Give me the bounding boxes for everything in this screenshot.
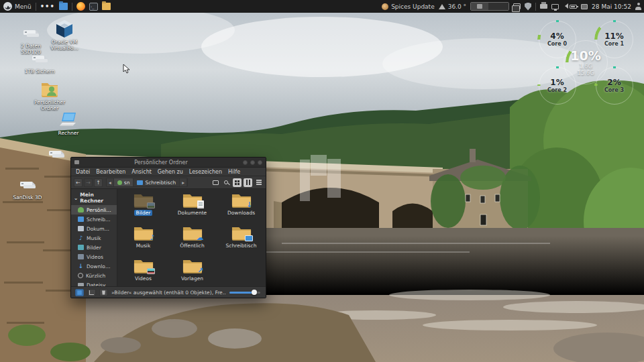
display-icon[interactable] — [551, 4, 559, 9]
panel-separator — [36, 3, 36, 11]
menu-datei[interactable]: Datei — [76, 169, 90, 175]
spices-update-applet[interactable]: Spices Update — [382, 3, 435, 10]
terminal-icon — [213, 180, 219, 185]
folder-item-dokumente[interactable]: Dokumente — [168, 192, 217, 225]
minimize-button[interactable] — [243, 160, 248, 165]
sidebar-item-user-home[interactable]: Persönli… — [71, 205, 117, 215]
dots-menu-icon[interactable]: ••• — [40, 3, 55, 10]
mouse-cursor — [123, 64, 131, 74]
open-terminal-button[interactable] — [211, 178, 220, 187]
folder-item-musik[interactable]: ♪Musik — [119, 225, 168, 257]
file-view[interactable]: BilderDokumente↓Downloads♪Musik☁Öffentli… — [117, 189, 266, 286]
temperature-icon — [439, 4, 445, 9]
desktop-icon-computer[interactable]: Rechner — [50, 110, 87, 137]
breadcrumb-current[interactable]: Schreibtisch — [133, 178, 180, 186]
desktop-icon-drive[interactable]: 1TB Sichern — [21, 48, 58, 75]
folder-item-schreibtisch[interactable]: Schreibtisch — [217, 225, 266, 257]
sidebar-item-desktop[interactable]: Schreib… — [71, 215, 117, 224]
sidebar-item-recent[interactable]: Kürzlich — [71, 271, 117, 280]
breadcrumb-scroll-right[interactable]: ▸ — [180, 178, 187, 186]
window-list-body — [488, 3, 508, 10]
terminal-launcher-icon[interactable]: ›_ — [89, 3, 98, 11]
folder-icon — [137, 180, 143, 185]
desktop-icon-folder-user[interactable]: Persönlicher Ordner — [31, 79, 68, 111]
breadcrumb-home[interactable]: sn — [114, 178, 134, 186]
menu-lesezeichen[interactable]: Lesezeichen — [189, 169, 222, 175]
folder-label: Downloads — [225, 210, 257, 216]
folder-item-videos[interactable]: Videos — [119, 257, 168, 290]
trash-toggle-button[interactable] — [99, 289, 108, 296]
network-icon[interactable] — [581, 4, 588, 9]
zoom-slider[interactable] — [229, 292, 260, 294]
desktop-icon-drive[interactable]: SanDisk 3D — [9, 174, 46, 201]
sidebar-item-label: Downlo… — [87, 263, 110, 269]
desktop-icon-drive[interactable] — [38, 143, 75, 164]
folder-item-öffentlich[interactable]: ☁Öffentlich — [168, 225, 217, 257]
window-title: Persönlicher Ordner — [79, 160, 243, 166]
zoom-slider-knob[interactable] — [252, 290, 257, 295]
sidebar-item-filesystem[interactable]: Dateisy… — [71, 280, 117, 286]
sidebar-header[interactable]: ⌄ Mein Rechner — [71, 190, 117, 205]
list-view-button[interactable] — [254, 178, 263, 187]
trash-icon — [102, 290, 106, 295]
back-button[interactable]: ← — [74, 178, 83, 187]
folder-item-downloads[interactable]: ↓Downloads — [217, 192, 266, 225]
clock[interactable]: 28 Mai 10:52 — [592, 3, 631, 10]
folder-item-bilder[interactable]: Bilder — [119, 192, 168, 225]
breadcrumb-scroll-left[interactable]: ◂ — [107, 178, 114, 186]
virtualbox-icon — [56, 19, 73, 39]
close-button[interactable] — [258, 160, 262, 165]
arrow-emblem-icon: ↗ — [197, 267, 203, 274]
sidebar-item-videos[interactable]: Videos — [71, 252, 117, 261]
firefox-launcher-icon[interactable] — [76, 2, 85, 11]
titlebar[interactable]: Persönlicher Ordner — [71, 158, 266, 168]
search-button[interactable] — [221, 178, 231, 187]
drive-icon — [46, 143, 66, 164]
cloud-emblem-icon: ☁ — [197, 234, 204, 241]
folder-item-vorlagen[interactable]: ↗Vorlagen — [168, 257, 217, 290]
sidebar-item-music[interactable]: ♪Musik — [71, 233, 117, 243]
forward-button[interactable]: → — [84, 178, 93, 187]
file-manager-window: Persönlicher Ordner DateiBearbeitenAnsic… — [70, 157, 266, 298]
files-window-icon[interactable] — [102, 3, 111, 10]
sidebar-item-downloads[interactable]: ↓Downlo… — [71, 261, 117, 271]
top-panel: Menü ••• ›_ Spices Update 36.0 ° 28 Mai … — [0, 0, 644, 13]
drive-icon — [17, 174, 38, 194]
music-icon: ♪ — [78, 235, 84, 241]
shield-icon[interactable] — [525, 3, 531, 11]
treeview-toggle-button[interactable] — [87, 289, 96, 296]
window-list-button[interactable] — [470, 2, 509, 11]
maximize-button[interactable] — [250, 160, 255, 165]
workspace-switcher-icon[interactable] — [513, 3, 521, 9]
places-toggle-button[interactable] — [75, 289, 84, 296]
sidebar-item-documents[interactable]: Dokum… — [71, 224, 117, 233]
icon-view-button[interactable] — [233, 178, 241, 187]
spices-update-label: Spices Update — [391, 3, 435, 10]
menu-bearbeiten[interactable]: Bearbeiten — [96, 169, 125, 175]
desktop-icon-virtualbox[interactable]: Oracle VM VirtualBo… — [46, 19, 83, 51]
sidebar-item-pictures[interactable]: Bilder — [71, 243, 117, 252]
file-manager-launcher-icon[interactable] — [59, 3, 68, 10]
documents-icon — [78, 226, 84, 231]
panel-separator — [535, 3, 536, 11]
sidebar-item-label: Musik — [87, 235, 101, 241]
printer-icon[interactable] — [540, 4, 547, 9]
menu-hilfe[interactable]: Hilfe — [228, 169, 240, 175]
film-emblem-icon — [147, 268, 155, 274]
user-icon[interactable] — [635, 3, 641, 10]
menu-ansicht[interactable]: Ansicht — [131, 169, 152, 175]
folder-grid: BilderDokumente↓Downloads♪Musik☁Öffentli… — [117, 189, 266, 290]
menu-button[interactable]: Menü — [3, 2, 32, 11]
battery-icon[interactable] — [570, 5, 577, 9]
recent-icon — [78, 273, 83, 278]
menu-gehen-zu[interactable]: Gehen zu — [158, 169, 183, 175]
sidebar-item-label: Persönli… — [87, 207, 111, 213]
pictures-emblem-icon — [147, 202, 155, 208]
breadcrumb-current-label: Schreibtisch — [145, 180, 176, 186]
up-button[interactable]: ↑ — [94, 178, 103, 187]
computer-icon — [58, 110, 78, 130]
temperature-applet[interactable]: 36.0 ° — [439, 3, 466, 10]
volume-icon[interactable] — [563, 5, 566, 8]
compact-view-button[interactable] — [244, 178, 252, 187]
treeview-icon — [89, 290, 94, 295]
